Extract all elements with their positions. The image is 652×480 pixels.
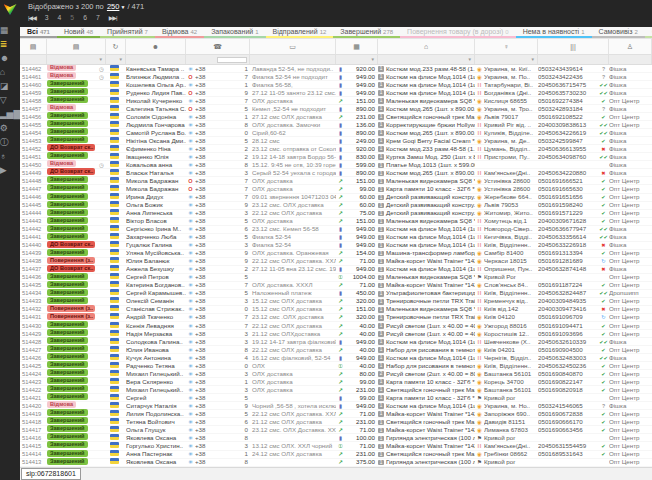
page-button-7[interactable]: 7 xyxy=(96,14,100,21)
customers-icon[interactable]: ☻ xyxy=(0,54,20,63)
customer-name: Юлия Иванова xyxy=(126,346,186,354)
phone-filter-input[interactable] xyxy=(217,57,247,63)
price-tag-icon[interactable]: ◪ xyxy=(0,82,20,91)
manager: Дропшипп xyxy=(609,289,652,297)
customer-filter[interactable] xyxy=(126,55,186,64)
comment-column-icon[interactable]: ▭ xyxy=(250,39,336,54)
order-id: 514456 xyxy=(20,113,47,121)
phone-filter[interactable] xyxy=(186,55,250,64)
call-count: 8 xyxy=(239,346,250,354)
phone-mask xyxy=(206,66,230,72)
tab-11[interactable]: Сервіси0 xyxy=(645,27,652,38)
tab-3[interactable]: Прийнятий7 xyxy=(100,27,155,38)
ttn-number: 0501691598240 xyxy=(538,201,598,209)
comment: 09.01 звернення 10471203 04.. xyxy=(250,193,336,201)
customer-name: Микола Бадражан xyxy=(126,177,186,185)
customer-name: Самотій Руслана Во.. xyxy=(126,129,186,137)
delivery-address: Татарбунари, Ві.. xyxy=(484,81,538,89)
price: 599.00 xyxy=(345,161,378,169)
globe-icon[interactable]: ♁ xyxy=(0,152,20,161)
phone-mask xyxy=(206,74,230,80)
tab-7[interactable]: Завершений278 xyxy=(333,27,400,38)
bank-icon[interactable]: ⌂ xyxy=(0,68,20,77)
phone: +38 xyxy=(195,177,239,185)
first-page-button[interactable]: |◀◀ xyxy=(28,14,36,21)
source-icon-snow: ✳ xyxy=(186,193,195,201)
customer-column-icon[interactable]: ☻ xyxy=(126,39,186,54)
product-filter[interactable]: ▼ xyxy=(378,55,475,64)
refresh-filter-caret-icon[interactable]: ▼ xyxy=(119,57,123,62)
order-row[interactable]: 514413ЗавершенийЯковлева Оксана✳+388↗375… xyxy=(20,459,652,467)
tab-4[interactable]: Відмова42 xyxy=(155,27,204,38)
delivery-address: Кривой рог xyxy=(484,458,538,466)
phone: +38 xyxy=(195,81,239,89)
location-filter-caret-icon[interactable]: ▼ xyxy=(531,57,535,62)
ukraine-flag-icon xyxy=(110,113,119,119)
product-filter-caret-icon[interactable]: ▼ xyxy=(468,57,472,62)
video-icon[interactable]: ▶ xyxy=(0,166,20,175)
location-filter[interactable]: ▼ xyxy=(475,55,538,64)
page-button-6[interactable]: 6 xyxy=(83,14,87,21)
settings-icon[interactable]: ⚙ xyxy=(0,124,20,133)
phone: +38 xyxy=(195,225,239,233)
comment-filter[interactable] xyxy=(250,55,336,64)
orders-icon[interactable]: ≣ xyxy=(0,40,20,49)
call-count: 5 xyxy=(239,289,250,297)
call-count: 5 xyxy=(239,273,250,281)
id-filter[interactable] xyxy=(20,55,47,64)
phone-mask xyxy=(206,98,230,104)
tab-5[interactable]: Запакований1 xyxy=(204,27,265,38)
status-filter-caret-icon[interactable]: ▼ xyxy=(99,57,103,62)
tab-9[interactable]: Нема в наявності1 xyxy=(516,27,592,38)
page-button-4[interactable]: 4 xyxy=(58,14,62,21)
payment-filter-caret-icon[interactable]: ▼ xyxy=(371,57,375,62)
product-column-icon[interactable]: ⌂ xyxy=(378,39,475,54)
tab-8[interactable]: Повернення товару (в дорозі)0 xyxy=(400,27,516,38)
payment-filter[interactable]: ▼ xyxy=(336,55,378,64)
info-icon[interactable]: ⓘ xyxy=(0,138,20,147)
phone-mask xyxy=(206,267,230,273)
phone-column-icon[interactable]: ☎ xyxy=(186,39,250,54)
refresh-column-icon[interactable]: ↻ xyxy=(106,39,126,54)
customer-name: Ольга Божик xyxy=(126,201,186,209)
page-size-dropdown[interactable]: 250 xyxy=(107,2,120,11)
ttn-status-icon-ok: ✔ xyxy=(598,249,609,257)
tab-6[interactable]: Відправлений12 xyxy=(266,27,334,38)
payment-icon-card: ▮ xyxy=(336,73,345,81)
product-name: Гирлянда электрическая (100 л.. xyxy=(386,434,475,441)
dashboard-icon[interactable]: ▦ xyxy=(0,26,20,35)
location-column-icon[interactable]: ♀ xyxy=(475,39,538,54)
flag-cell xyxy=(106,338,126,346)
phone-mask xyxy=(206,299,230,305)
product-name: Костюм мод.265 (1шт. х 890.00.. xyxy=(386,169,475,176)
phone: +38 xyxy=(195,410,239,418)
page-button-5[interactable]: 5 xyxy=(70,14,74,21)
order-id-column-icon[interactable]: ▤ xyxy=(20,39,47,54)
info-icon: ◷ xyxy=(97,65,106,73)
funnel-icon[interactable]: ▽ xyxy=(0,96,20,105)
page-size-caret-icon[interactable]: ▼ xyxy=(120,4,125,10)
tab-2[interactable]: Новий48 xyxy=(57,27,100,38)
customer-name: Николай Кучеренко xyxy=(126,97,186,105)
comment: 22.12 смс ОЛХ доставка xyxy=(250,346,336,354)
manager-filter[interactable] xyxy=(609,55,652,64)
ttn-number: 0501691093696 xyxy=(538,330,598,338)
barcode-column-icon[interactable]: ||| xyxy=(538,39,609,54)
tab-10[interactable]: Самовивіз2 xyxy=(592,27,645,38)
records-range: Відображено з 200 по 250▼ / 471 xyxy=(28,2,652,12)
stats-icon[interactable]: ▂▅▇ xyxy=(0,110,20,119)
quantity-badge: 1 xyxy=(378,395,384,401)
last-page-button[interactable]: ▶▶| xyxy=(109,14,117,21)
ttn-filter[interactable] xyxy=(538,55,609,64)
app-logo-icon[interactable] xyxy=(4,4,17,15)
page-button-3[interactable]: 3 xyxy=(45,14,49,21)
status-filter[interactable]: ▼ xyxy=(47,55,106,64)
manager-column-icon[interactable]: ♙ xyxy=(609,39,652,54)
refresh-filter[interactable]: ▼ xyxy=(106,55,126,64)
shop-icon-olx: ◉ xyxy=(475,185,484,193)
payment-column-icon[interactable]: ▦ xyxy=(336,39,378,54)
tab-1[interactable]: Всі471 xyxy=(20,27,57,38)
shop-icon-prom: ∷ xyxy=(475,289,484,297)
call-count: 1 xyxy=(239,378,250,386)
status-column-icon[interactable]: ▤ xyxy=(47,39,106,54)
